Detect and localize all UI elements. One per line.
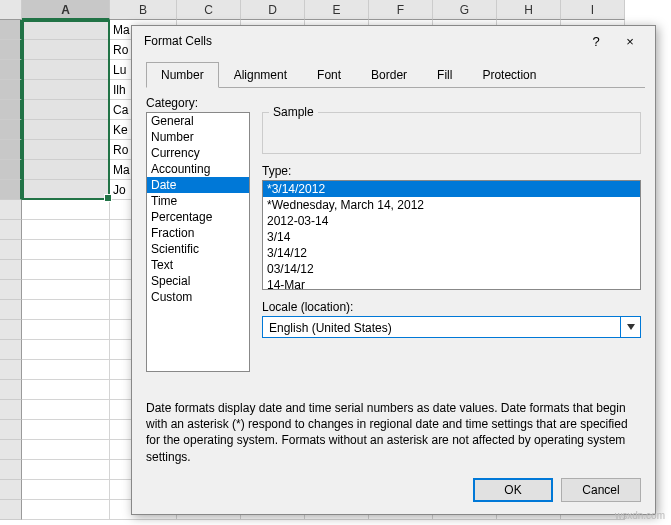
cell[interactable] bbox=[22, 400, 110, 420]
cell[interactable] bbox=[22, 220, 110, 240]
locale-combo[interactable]: English (United States) bbox=[262, 316, 641, 338]
category-list[interactable]: GeneralNumberCurrencyAccountingDateTimeP… bbox=[146, 112, 250, 372]
cell[interactable] bbox=[22, 100, 110, 120]
locale-dropdown-button[interactable] bbox=[620, 317, 640, 337]
column-header[interactable]: I bbox=[561, 0, 625, 20]
cell[interactable] bbox=[22, 140, 110, 160]
cell[interactable] bbox=[22, 420, 110, 440]
type-item[interactable]: *3/14/2012 bbox=[263, 181, 640, 197]
ok-button[interactable]: OK bbox=[473, 478, 553, 502]
row-header[interactable] bbox=[0, 280, 22, 300]
category-item[interactable]: Percentage bbox=[147, 209, 249, 225]
row-header[interactable] bbox=[0, 320, 22, 340]
dialog-titlebar: Format Cells ? × bbox=[132, 26, 655, 56]
close-icon: × bbox=[626, 34, 634, 49]
row-header[interactable] bbox=[0, 240, 22, 260]
tab-alignment[interactable]: Alignment bbox=[219, 62, 302, 88]
row-header[interactable] bbox=[0, 140, 22, 160]
column-header[interactable]: D bbox=[241, 0, 305, 20]
cell[interactable] bbox=[22, 240, 110, 260]
cell[interactable] bbox=[22, 180, 110, 200]
column-header[interactable]: E bbox=[305, 0, 369, 20]
row-header[interactable] bbox=[0, 420, 22, 440]
row-header[interactable] bbox=[0, 160, 22, 180]
tab-protection[interactable]: Protection bbox=[467, 62, 551, 88]
cell[interactable] bbox=[22, 340, 110, 360]
column-header[interactable]: A bbox=[22, 0, 110, 20]
row-header[interactable] bbox=[0, 20, 22, 40]
row-header[interactable] bbox=[0, 300, 22, 320]
close-button[interactable]: × bbox=[613, 28, 647, 54]
row-header[interactable] bbox=[0, 100, 22, 120]
column-header[interactable]: F bbox=[369, 0, 433, 20]
tab-fill[interactable]: Fill bbox=[422, 62, 467, 88]
tab-number[interactable]: Number bbox=[146, 62, 219, 88]
row-header[interactable] bbox=[0, 480, 22, 500]
cell[interactable] bbox=[22, 160, 110, 180]
cell[interactable] bbox=[22, 320, 110, 340]
category-item[interactable]: Accounting bbox=[147, 161, 249, 177]
cell[interactable] bbox=[22, 500, 110, 520]
watermark: wsxdn.com bbox=[615, 510, 665, 521]
category-item[interactable]: Date bbox=[147, 177, 249, 193]
row-header[interactable] bbox=[0, 60, 22, 80]
help-button[interactable]: ? bbox=[579, 28, 613, 54]
type-label: Type: bbox=[262, 164, 641, 178]
row-header[interactable] bbox=[0, 180, 22, 200]
row-header[interactable] bbox=[0, 220, 22, 240]
type-item[interactable]: 14-Mar bbox=[263, 277, 640, 290]
cancel-button[interactable]: Cancel bbox=[561, 478, 641, 502]
row-header[interactable] bbox=[0, 440, 22, 460]
row-header[interactable] bbox=[0, 500, 22, 520]
column-header[interactable]: C bbox=[177, 0, 241, 20]
chevron-down-icon bbox=[627, 324, 635, 330]
cell[interactable] bbox=[22, 280, 110, 300]
cell[interactable] bbox=[22, 120, 110, 140]
type-item[interactable]: 03/14/12 bbox=[263, 261, 640, 277]
category-item[interactable]: Text bbox=[147, 257, 249, 273]
type-item[interactable]: *Wednesday, March 14, 2012 bbox=[263, 197, 640, 213]
cell[interactable] bbox=[22, 380, 110, 400]
row-header[interactable] bbox=[0, 260, 22, 280]
cell[interactable] bbox=[22, 480, 110, 500]
row-header[interactable] bbox=[0, 380, 22, 400]
format-description: Date formats display date and time seria… bbox=[132, 400, 655, 465]
category-item[interactable]: Currency bbox=[147, 145, 249, 161]
column-header[interactable]: B bbox=[110, 0, 177, 20]
row-header[interactable] bbox=[0, 400, 22, 420]
category-item[interactable]: Scientific bbox=[147, 241, 249, 257]
cell[interactable] bbox=[22, 260, 110, 280]
type-list[interactable]: *3/14/2012*Wednesday, March 14, 20122012… bbox=[262, 180, 641, 290]
row-header[interactable] bbox=[0, 460, 22, 480]
cell[interactable] bbox=[22, 360, 110, 380]
cell[interactable] bbox=[22, 440, 110, 460]
type-item[interactable]: 2012-03-14 bbox=[263, 213, 640, 229]
cell[interactable] bbox=[22, 300, 110, 320]
help-icon: ? bbox=[592, 34, 599, 49]
type-item[interactable]: 3/14 bbox=[263, 229, 640, 245]
column-header[interactable]: H bbox=[497, 0, 561, 20]
category-item[interactable]: Custom bbox=[147, 289, 249, 305]
cell[interactable] bbox=[22, 20, 110, 40]
row-header[interactable] bbox=[0, 120, 22, 140]
cell[interactable] bbox=[22, 460, 110, 480]
category-item[interactable]: Special bbox=[147, 273, 249, 289]
category-item[interactable]: Number bbox=[147, 129, 249, 145]
tab-border[interactable]: Border bbox=[356, 62, 422, 88]
column-header[interactable]: G bbox=[433, 0, 497, 20]
cell[interactable] bbox=[22, 40, 110, 60]
format-cells-dialog: Format Cells ? × NumberAlignmentFontBord… bbox=[131, 25, 656, 515]
type-item[interactable]: 3/14/12 bbox=[263, 245, 640, 261]
row-header[interactable] bbox=[0, 340, 22, 360]
cell[interactable] bbox=[22, 80, 110, 100]
category-item[interactable]: Time bbox=[147, 193, 249, 209]
row-header[interactable] bbox=[0, 360, 22, 380]
category-item[interactable]: Fraction bbox=[147, 225, 249, 241]
tab-font[interactable]: Font bbox=[302, 62, 356, 88]
row-header[interactable] bbox=[0, 40, 22, 60]
cell[interactable] bbox=[22, 60, 110, 80]
row-header[interactable] bbox=[0, 80, 22, 100]
cell[interactable] bbox=[22, 200, 110, 220]
category-item[interactable]: General bbox=[147, 113, 249, 129]
row-header[interactable] bbox=[0, 200, 22, 220]
